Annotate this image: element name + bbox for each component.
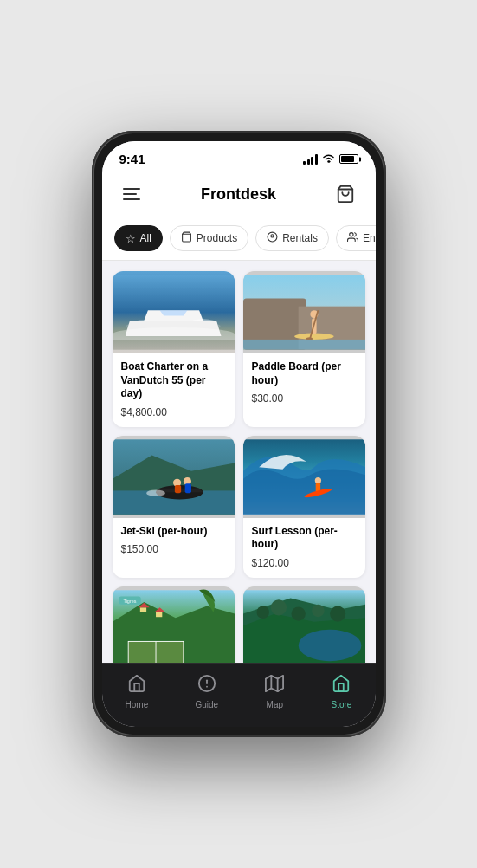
product-image-3 bbox=[113, 436, 235, 518]
product-card-4[interactable]: Surf Lesson (per-hour) $120.00 bbox=[243, 436, 365, 578]
product-price-1: $4,800.00 bbox=[121, 406, 226, 418]
svg-rect-29 bbox=[174, 485, 180, 493]
product-info-1: Boat Charter on a VanDutch 55 (per day) … bbox=[113, 353, 235, 427]
svg-point-54 bbox=[312, 605, 325, 618]
bag-icon bbox=[336, 185, 355, 204]
nav-home-label: Home bbox=[126, 700, 149, 709]
product-card-2[interactable]: Paddle Board (per hour) $30.00 bbox=[243, 271, 365, 427]
nav-guide[interactable]: Guide bbox=[181, 670, 232, 713]
svg-point-0 bbox=[327, 160, 329, 162]
products-grid: Boat Charter on a VanDutch 55 (per day) … bbox=[113, 271, 365, 663]
product-name-1: Boat Charter on a VanDutch 55 (per day) bbox=[121, 360, 226, 401]
star-icon: ☆ bbox=[126, 232, 136, 245]
signal-icon bbox=[303, 154, 318, 165]
products-icon bbox=[181, 231, 192, 245]
svg-marker-59 bbox=[266, 676, 283, 691]
product-card-6[interactable]: Island Tour bbox=[243, 586, 365, 663]
nav-home[interactable]: Home bbox=[112, 670, 163, 713]
svg-point-16 bbox=[294, 334, 333, 340]
content-area: Boat Charter on a VanDutch 55 (per day) … bbox=[102, 261, 376, 663]
product-info-2: Paddle Board (per hour) $30.00 bbox=[243, 353, 365, 413]
status-icons bbox=[303, 153, 358, 165]
menu-button[interactable] bbox=[118, 180, 145, 208]
svg-point-50 bbox=[298, 630, 361, 661]
product-image-4 bbox=[243, 436, 365, 518]
product-name-2: Paddle Board (per hour) bbox=[252, 360, 357, 387]
svg-rect-21 bbox=[243, 340, 365, 350]
product-image-1 bbox=[113, 271, 235, 353]
tab-products[interactable]: Products bbox=[170, 225, 248, 251]
app-title: Frontdesk bbox=[201, 185, 276, 204]
product-image-5: Tigres bbox=[113, 586, 235, 663]
map-icon bbox=[265, 674, 284, 697]
rentals-icon bbox=[267, 231, 278, 245]
hamburger-icon bbox=[123, 188, 140, 200]
svg-point-55 bbox=[330, 606, 345, 621]
svg-point-7 bbox=[126, 321, 220, 331]
product-image-2 bbox=[243, 271, 365, 353]
tab-rentals-label: Rentals bbox=[282, 232, 318, 244]
product-image-6 bbox=[243, 586, 365, 663]
svg-rect-40 bbox=[156, 612, 162, 617]
product-price-3: $150.00 bbox=[121, 543, 226, 555]
svg-point-52 bbox=[270, 599, 286, 615]
enhancements-icon bbox=[347, 231, 358, 245]
svg-marker-10 bbox=[159, 310, 187, 315]
header: Frontdesk bbox=[102, 172, 376, 218]
svg-rect-30 bbox=[184, 483, 190, 493]
svg-marker-8 bbox=[144, 321, 203, 328]
status-time: 9:41 bbox=[119, 152, 145, 166]
tab-rentals[interactable]: Rentals bbox=[255, 225, 329, 251]
svg-point-31 bbox=[146, 489, 165, 496]
tab-enhancements-label: Enhancements bbox=[363, 232, 376, 244]
store-icon bbox=[332, 674, 351, 697]
svg-point-12 bbox=[189, 319, 217, 328]
svg-point-11 bbox=[132, 320, 155, 327]
wifi-icon bbox=[322, 153, 335, 165]
svg-rect-38 bbox=[139, 607, 145, 612]
svg-rect-62 bbox=[339, 683, 345, 691]
product-info-4: Surf Lesson (per-hour) $120.00 bbox=[243, 518, 365, 578]
status-bar: 9:41 bbox=[102, 141, 376, 172]
battery-icon bbox=[339, 154, 358, 164]
nav-guide-label: Guide bbox=[195, 700, 218, 709]
phone-shell: 9:41 bbox=[92, 131, 386, 737]
product-price-4: $120.00 bbox=[252, 557, 357, 569]
product-card-1[interactable]: Boat Charter on a VanDutch 55 (per day) … bbox=[113, 271, 235, 427]
svg-point-33 bbox=[314, 477, 320, 483]
product-name-3: Jet-Ski (per-hour) bbox=[121, 525, 226, 539]
nav-map-label: Map bbox=[267, 700, 283, 709]
tab-all[interactable]: ☆ All bbox=[114, 225, 163, 251]
svg-text:Tigres: Tigres bbox=[123, 599, 136, 604]
guide-icon bbox=[197, 674, 216, 697]
screen: 9:41 bbox=[102, 141, 376, 727]
product-info-3: Jet-Ski (per-hour) $150.00 bbox=[113, 518, 235, 565]
svg-point-5 bbox=[350, 233, 353, 236]
product-card-5[interactable]: Tigres Tennis Court (per hour) bbox=[113, 586, 235, 663]
nav-store[interactable]: Store bbox=[317, 670, 365, 713]
bottom-nav: Home Guide bbox=[102, 663, 376, 727]
svg-point-4 bbox=[271, 235, 274, 237]
tab-all-label: All bbox=[140, 232, 151, 244]
tab-enhancements[interactable]: Enhancements bbox=[336, 225, 376, 251]
product-price-2: $30.00 bbox=[252, 392, 357, 405]
product-card-3[interactable]: Jet-Ski (per-hour) $150.00 bbox=[113, 436, 235, 578]
nav-store-label: Store bbox=[331, 700, 351, 709]
product-name-4: Surf Lesson (per-hour) bbox=[252, 525, 357, 552]
nav-map[interactable]: Map bbox=[251, 670, 298, 713]
tab-products-label: Products bbox=[197, 232, 237, 244]
home-icon bbox=[127, 674, 146, 697]
svg-point-53 bbox=[291, 606, 305, 620]
filter-tabs: ☆ All Products R bbox=[102, 218, 376, 261]
bag-button[interactable] bbox=[332, 180, 359, 208]
svg-point-51 bbox=[256, 606, 269, 619]
